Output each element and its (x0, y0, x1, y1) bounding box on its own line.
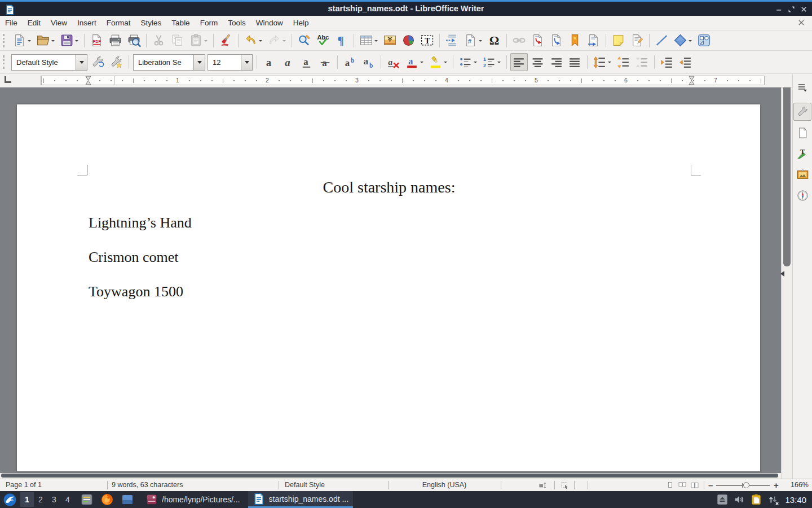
word-count-status[interactable]: 9 words, 63 characters (112, 479, 183, 491)
paragraph-style-value[interactable]: Default Style (12, 58, 76, 67)
horizontal-scrollbar[interactable] (0, 473, 781, 479)
margin-marker[interactable] (689, 76, 695, 85)
chevron-down-icon[interactable] (204, 40, 208, 43)
workspace-3[interactable]: 3 (47, 492, 61, 507)
chevron-down-icon[interactable] (474, 62, 477, 65)
find-replace-button[interactable] (295, 32, 313, 50)
workspace-4[interactable]: 4 (61, 492, 74, 507)
taskbar-window-active[interactable]: startship_names.odt ... (248, 491, 354, 508)
bookmark-button[interactable] (566, 32, 584, 50)
insert-line-button[interactable] (653, 32, 670, 50)
applications-menu-icon[interactable] (3, 493, 17, 507)
zoom-out-icon[interactable]: – (708, 479, 713, 491)
footnote-button[interactable] (529, 32, 546, 50)
insert-mode-icon[interactable] (539, 481, 548, 490)
insert-textbox-button[interactable]: T (418, 32, 436, 50)
align-center-button[interactable] (529, 53, 546, 71)
sidebar-tab-sidebar-settings[interactable] (793, 78, 811, 96)
indent-dec-button[interactable] (677, 53, 694, 71)
copy-button[interactable] (169, 32, 186, 50)
minimize-icon[interactable] (773, 3, 785, 15)
sidebar-tab-styles[interactable]: T (793, 144, 811, 163)
font-size-value[interactable]: 12 (208, 58, 241, 67)
font-size-combobox[interactable]: 12 (208, 54, 253, 71)
bold-button[interactable]: a (261, 53, 278, 71)
undo-button[interactable] (242, 32, 264, 50)
style-new-button[interactable] (108, 53, 125, 71)
document-paragraph[interactable]: Crismon comet (89, 248, 179, 267)
menu-window[interactable]: Window (251, 16, 288, 30)
track-changes-button[interactable] (628, 32, 646, 50)
chevron-down-icon[interactable] (444, 62, 447, 65)
redo-button[interactable] (266, 32, 288, 50)
menu-help[interactable]: Help (288, 16, 314, 30)
chevron-down-icon[interactable] (193, 55, 205, 70)
numbered-list-button[interactable]: 12 (480, 53, 503, 71)
chevron-down-icon[interactable] (283, 40, 286, 43)
view-multi-icon[interactable] (678, 481, 687, 490)
chevron-down-icon[interactable] (51, 40, 55, 43)
menu-table[interactable]: Table (166, 16, 195, 30)
clone-formatting-button[interactable] (217, 32, 235, 50)
menu-tools[interactable]: Tools (223, 16, 251, 30)
zoom-percent-status[interactable]: 166% (785, 479, 809, 491)
font-color-button[interactable]: a (403, 53, 426, 71)
chevron-down-icon[interactable] (241, 55, 252, 70)
chevron-down-icon[interactable] (374, 40, 378, 43)
file-manager-launcher[interactable] (120, 492, 135, 507)
chevron-down-icon[interactable] (479, 40, 482, 43)
endnote-button[interactable] (548, 32, 565, 50)
formatting-marks-button[interactable]: ¶ (333, 32, 350, 50)
clipboard-icon[interactable] (750, 493, 762, 506)
vertical-scrollbar-thumb[interactable] (783, 87, 791, 266)
horizontal-scrollbar-thumb[interactable] (1, 474, 778, 478)
toolbar-grip[interactable] (3, 34, 6, 47)
menu-format[interactable]: Format (102, 16, 136, 30)
subscript-button[interactable]: ab (360, 53, 377, 71)
menu-view[interactable]: View (46, 16, 72, 30)
language-status[interactable]: English (USA) (388, 479, 501, 491)
paste-button[interactable] (187, 32, 210, 50)
para-space-inc-button[interactable] (615, 53, 632, 71)
text-editor-launcher[interactable] (80, 492, 94, 507)
superscript-button[interactable]: ab (341, 53, 359, 71)
tab-stop-selector[interactable] (5, 76, 11, 83)
view-book-icon[interactable] (690, 481, 699, 490)
align-right-button[interactable] (548, 53, 565, 71)
basic-shapes-button[interactable] (672, 32, 694, 50)
sidebar-tab-properties[interactable] (793, 103, 811, 121)
menu-edit[interactable]: Edit (23, 16, 46, 30)
indent-inc-button[interactable] (658, 53, 676, 71)
open-file-button[interactable] (34, 32, 57, 50)
document-page[interactable]: Cool starship names: Lightning’s Hand Cr… (17, 104, 760, 471)
view-single-icon[interactable] (665, 481, 674, 490)
titlebar[interactable]: startship_names.odt - LibreOffice Writer (0, 0, 812, 16)
insert-table-button[interactable] (358, 32, 380, 50)
highlight-color-button[interactable] (427, 53, 449, 71)
clear-formatting-button[interactable]: a (385, 53, 402, 71)
workspace-2[interactable]: 2 (34, 492, 47, 507)
page-count-status[interactable]: Page 1 of 1 (6, 479, 42, 491)
document-paragraph[interactable]: Toywagon 1500 (89, 282, 183, 301)
chevron-down-icon[interactable] (76, 55, 87, 70)
sidebar-tab-navigator[interactable] (793, 186, 811, 204)
align-justify-button[interactable] (566, 53, 584, 71)
font-name-value[interactable]: Liberation Se (134, 58, 193, 67)
draw-functions-button[interactable] (695, 32, 713, 50)
close-document-icon[interactable] (797, 19, 806, 28)
paragraph-style-combobox[interactable]: Default Style (11, 54, 87, 71)
menu-form[interactable]: Form (195, 16, 223, 30)
menu-file[interactable]: File (0, 16, 23, 30)
save-button[interactable] (58, 32, 81, 50)
document-heading[interactable]: Cool starship names: (87, 177, 691, 198)
menu-insert[interactable]: Insert (72, 16, 102, 30)
font-name-combobox[interactable]: Liberation Se (133, 54, 205, 71)
chevron-down-icon[interactable] (420, 62, 423, 65)
menu-styles[interactable]: Styles (136, 16, 167, 30)
ruler-strip[interactable]: 1234567 (41, 76, 765, 85)
chevron-down-icon[interactable] (608, 62, 611, 65)
paragraph-style-status[interactable]: Default Style (285, 479, 325, 491)
chevron-down-icon[interactable] (497, 62, 501, 65)
horizontal-ruler[interactable]: 1234567 (0, 74, 792, 87)
selection-mode-icon[interactable] (561, 481, 570, 490)
